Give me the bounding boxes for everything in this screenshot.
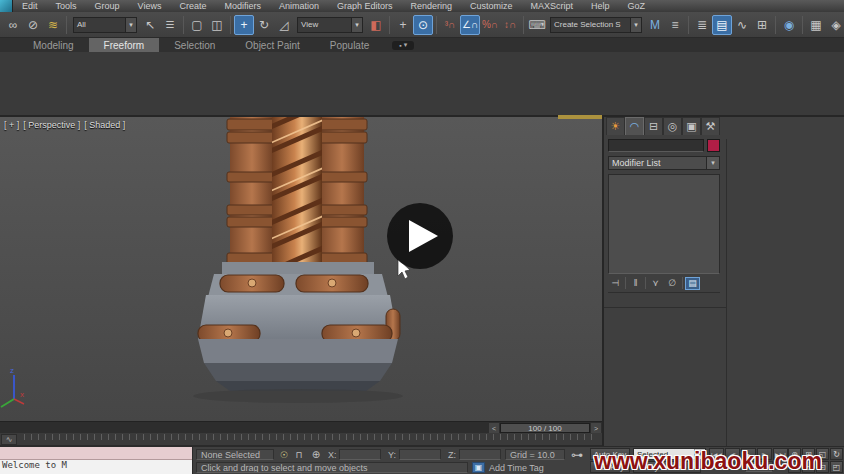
mini-curve-editor-button[interactable]: ∿ bbox=[1, 434, 17, 445]
show-end-result-icon[interactable]: ‖ bbox=[628, 277, 643, 290]
unlink-selection-icon[interactable]: ⊘ bbox=[23, 15, 43, 35]
object-name-field[interactable] bbox=[608, 139, 704, 152]
x-coordinate-field[interactable] bbox=[339, 449, 381, 460]
select-and-scale-icon[interactable]: ◿ bbox=[274, 15, 294, 35]
absolute-offset-toggle-icon[interactable]: ⊕ bbox=[309, 449, 323, 460]
make-unique-icon[interactable]: ⋎ bbox=[648, 277, 663, 290]
main-toolbar: ∞ ⊘ ≋ All ▾ ↖ ☰ ▢ ◫ + ↻ ◿ View ▾ ◧ + ⊙ ³… bbox=[0, 12, 844, 38]
tab-freeform[interactable]: Freeform bbox=[89, 38, 160, 52]
menu-customize[interactable]: Customize bbox=[461, 1, 522, 11]
maxscript-mini-listener[interactable]: Welcome to M bbox=[0, 447, 193, 474]
y-coordinate-field[interactable] bbox=[399, 449, 441, 460]
app-icon[interactable] bbox=[0, 0, 13, 12]
video-play-button[interactable] bbox=[387, 203, 453, 269]
menu-help[interactable]: Help bbox=[582, 1, 619, 11]
perspective-viewport[interactable]: z x [ + ] [ Perspective ] [ Shaded ] bbox=[0, 117, 602, 421]
object-color-swatch[interactable] bbox=[707, 139, 720, 152]
isolate-selection-icon[interactable]: ☉ bbox=[278, 449, 290, 460]
viewport-pov-button[interactable]: [ Perspective ] bbox=[23, 120, 80, 130]
curve-editor-icon[interactable]: ∿ bbox=[732, 15, 752, 35]
listener-output-pane[interactable]: Welcome to M bbox=[0, 460, 192, 474]
set-key-mode-icon[interactable]: ⊶ bbox=[567, 448, 587, 461]
orbit-icon[interactable]: ↻ bbox=[830, 448, 843, 460]
mirror-icon[interactable]: M bbox=[645, 15, 665, 35]
menu-graph-editors[interactable]: Graph Editors bbox=[328, 1, 402, 11]
toolbar-separator bbox=[436, 16, 437, 34]
window-crossing-icon[interactable]: ◫ bbox=[207, 15, 227, 35]
time-slider-prev-button[interactable]: < bbox=[489, 423, 499, 433]
menu-maxscript[interactable]: MAXScript bbox=[522, 1, 583, 11]
axis-x-label: x bbox=[20, 390, 24, 399]
listener-macro-pane[interactable] bbox=[0, 447, 192, 460]
keyboard-override-icon[interactable]: ⌨ bbox=[527, 15, 547, 35]
menu-animation[interactable]: Animation bbox=[270, 1, 328, 11]
reference-coordinate-dropdown[interactable]: View ▾ bbox=[297, 17, 363, 33]
select-and-manipulate-icon[interactable]: ◧ bbox=[366, 15, 386, 35]
tab-populate[interactable]: Populate bbox=[315, 38, 384, 52]
rendered-frame-window-icon[interactable]: ◈ bbox=[826, 15, 844, 35]
menu-edit[interactable]: Edit bbox=[13, 1, 47, 11]
configure-modifier-sets-icon[interactable]: ▤ bbox=[685, 277, 700, 290]
separator bbox=[625, 277, 626, 289]
viewport-canvas[interactable]: z x bbox=[0, 117, 602, 421]
maximize-viewport-icon[interactable]: ◰ bbox=[830, 461, 843, 473]
layer-explorer-icon[interactable]: ≣ bbox=[692, 15, 712, 35]
use-pivot-center-icon[interactable]: ⊙ bbox=[413, 15, 433, 35]
modifier-stack-list[interactable] bbox=[608, 174, 720, 274]
menu-modifiers[interactable]: Modifiers bbox=[215, 1, 270, 11]
viewport-shading-button[interactable]: [ Shaded ] bbox=[84, 120, 125, 130]
create-tab-icon[interactable]: ☀ bbox=[606, 117, 625, 135]
selection-filter-value: All bbox=[74, 20, 125, 29]
z-coordinate-field[interactable] bbox=[459, 449, 501, 460]
select-by-name-icon[interactable]: ☰ bbox=[160, 15, 180, 35]
time-tag-icon[interactable]: ▣ bbox=[472, 462, 485, 473]
menu-goz[interactable]: GoZ bbox=[619, 1, 655, 11]
add-time-tag-label[interactable]: Add Time Tag bbox=[489, 463, 544, 473]
ribbon-overflow-button[interactable]: ▪ ▾ bbox=[392, 41, 414, 50]
menu-group[interactable]: Group bbox=[86, 1, 129, 11]
use-selection-center-icon[interactable]: + bbox=[393, 15, 413, 35]
angle-snap-icon[interactable]: ∠∩ bbox=[460, 15, 480, 35]
utilities-tab-icon[interactable]: ⚒ bbox=[701, 117, 720, 135]
selection-region-icon[interactable]: ▢ bbox=[187, 15, 207, 35]
select-and-move-icon[interactable]: + bbox=[234, 15, 254, 35]
pin-stack-icon[interactable]: ⊣ bbox=[608, 277, 623, 290]
menu-rendering[interactable]: Rendering bbox=[402, 1, 462, 11]
selection-filter-dropdown[interactable]: All ▾ bbox=[73, 17, 137, 33]
selection-lock-icon[interactable]: ⊓ bbox=[293, 449, 305, 460]
prompt-line: Click and drag to select and move object… bbox=[196, 462, 468, 473]
material-editor-icon[interactable]: ◉ bbox=[779, 15, 799, 35]
remove-modifier-icon[interactable]: ∅ bbox=[665, 277, 680, 290]
graphite-ribbon-toggle-icon[interactable]: ▤ bbox=[712, 15, 732, 35]
render-setup-icon[interactable]: ▦ bbox=[806, 15, 826, 35]
tab-selection[interactable]: Selection bbox=[159, 38, 230, 52]
menu-views[interactable]: Views bbox=[129, 1, 171, 11]
reference-coordinate-value: View bbox=[298, 20, 351, 29]
menu-create[interactable]: Create bbox=[170, 1, 215, 11]
track-bar[interactable]: ∿ bbox=[0, 433, 602, 446]
modify-tab-icon[interactable]: ◠ bbox=[625, 117, 644, 135]
align-icon[interactable]: ≡ bbox=[665, 15, 685, 35]
time-slider-handle[interactable]: 100 / 100 bbox=[500, 423, 590, 433]
display-tab-icon[interactable]: ▣ bbox=[682, 117, 701, 135]
time-slider-next-button[interactable]: > bbox=[591, 423, 601, 433]
spinner-snap-icon[interactable]: ↕∩ bbox=[500, 15, 520, 35]
named-selection-set-value: Create Selection S bbox=[551, 20, 630, 29]
bind-to-space-warp-icon[interactable]: ≋ bbox=[43, 15, 63, 35]
tab-object-paint[interactable]: Object Paint bbox=[230, 38, 314, 52]
tab-modeling[interactable]: Modeling bbox=[18, 38, 89, 52]
menu-tools[interactable]: Tools bbox=[47, 1, 86, 11]
viewport-menu-button[interactable]: [ + ] bbox=[4, 120, 19, 130]
schematic-view-icon[interactable]: ⊞ bbox=[752, 15, 772, 35]
snap-toggle-3d-icon[interactable]: ³∩ bbox=[440, 15, 460, 35]
chevron-down-icon: ▾ bbox=[706, 157, 719, 169]
hierarchy-tab-icon[interactable]: ⊟ bbox=[644, 117, 663, 135]
time-slider[interactable]: < 100 / 100 > bbox=[0, 421, 602, 433]
select-object-icon[interactable]: ↖ bbox=[140, 15, 160, 35]
modifier-list-dropdown[interactable]: Modifier List ▾ bbox=[608, 156, 720, 170]
motion-tab-icon[interactable]: ◎ bbox=[663, 117, 682, 135]
select-and-link-icon[interactable]: ∞ bbox=[3, 15, 23, 35]
percent-snap-icon[interactable]: %∩ bbox=[480, 15, 500, 35]
select-and-rotate-icon[interactable]: ↻ bbox=[254, 15, 274, 35]
named-selection-set-dropdown[interactable]: Create Selection S ▾ bbox=[550, 17, 642, 33]
